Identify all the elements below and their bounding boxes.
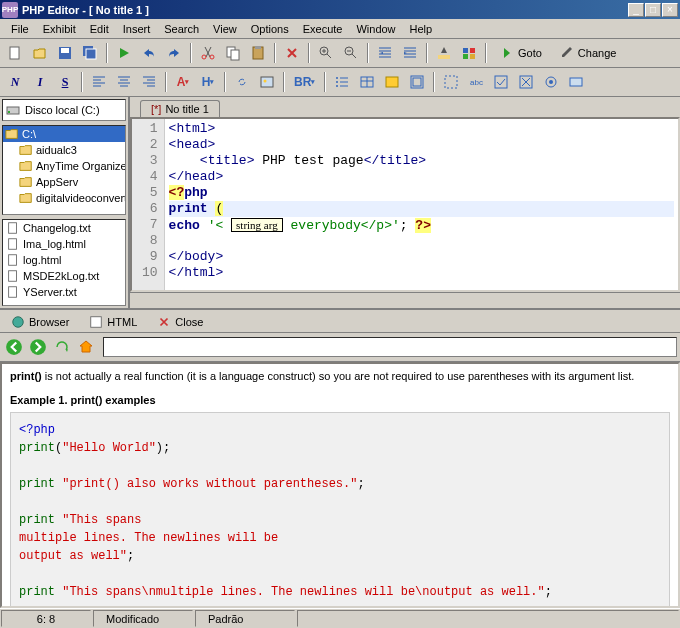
menu-exhibit[interactable]: Exhibit bbox=[36, 21, 83, 37]
svg-point-44 bbox=[30, 339, 46, 355]
table-button[interactable] bbox=[356, 71, 378, 93]
file-item[interactable]: MSDE2kLog.txt bbox=[3, 268, 125, 284]
saveall-button[interactable] bbox=[79, 42, 101, 64]
check-button[interactable] bbox=[490, 71, 512, 93]
open-button[interactable] bbox=[29, 42, 51, 64]
tab-close[interactable]: Close bbox=[148, 312, 212, 332]
select-button[interactable] bbox=[440, 71, 462, 93]
zoom-out-button[interactable] bbox=[340, 42, 362, 64]
change-button[interactable]: Change bbox=[552, 42, 624, 64]
svg-point-32 bbox=[549, 80, 553, 84]
tree-item[interactable]: aidualc3 bbox=[3, 142, 125, 158]
file-list[interactable]: Changelog.txtIma_log.htmllog.htmlMSDE2kL… bbox=[2, 219, 126, 306]
copy-button[interactable] bbox=[222, 42, 244, 64]
refresh-button[interactable] bbox=[51, 336, 73, 358]
abc-button[interactable]: abc bbox=[465, 71, 487, 93]
tree-item[interactable]: C:\ bbox=[3, 126, 125, 142]
mode-status: Padrão bbox=[195, 610, 295, 627]
svg-rect-13 bbox=[438, 55, 450, 59]
redo-button[interactable] bbox=[163, 42, 185, 64]
font-color-button[interactable]: A▾ bbox=[172, 71, 194, 93]
svg-rect-14 bbox=[463, 48, 468, 53]
minimize-button[interactable]: _ bbox=[628, 3, 644, 17]
tab-html[interactable]: HTML bbox=[80, 312, 146, 332]
menu-window[interactable]: Window bbox=[349, 21, 402, 37]
sidebar: Disco local (C:) C:\aidualc3AnyTime Orga… bbox=[0, 97, 130, 308]
svg-point-41 bbox=[13, 317, 24, 328]
align-center-button[interactable] bbox=[113, 71, 135, 93]
file-item[interactable]: Ima_log.html bbox=[3, 236, 125, 252]
home-button[interactable] bbox=[75, 336, 97, 358]
drive-select[interactable]: Disco local (C:) bbox=[2, 99, 126, 121]
app-icon: PHP bbox=[2, 2, 18, 18]
paste-button[interactable] bbox=[247, 42, 269, 64]
menu-edit[interactable]: Edit bbox=[83, 21, 116, 37]
form-button[interactable] bbox=[381, 71, 403, 93]
address-bar[interactable] bbox=[103, 337, 677, 357]
save-button[interactable] bbox=[54, 42, 76, 64]
frame-button[interactable] bbox=[406, 71, 428, 93]
list-ul-button[interactable] bbox=[331, 71, 353, 93]
new-button[interactable] bbox=[4, 42, 26, 64]
close-window-button[interactable]: × bbox=[662, 3, 678, 17]
horizontal-scrollbar[interactable] bbox=[130, 292, 680, 308]
back-button[interactable] bbox=[3, 336, 25, 358]
tree-item[interactable]: AnyTime Organizer bbox=[3, 158, 125, 174]
cut-button[interactable] bbox=[197, 42, 219, 64]
br-button[interactable]: BR ▾ bbox=[290, 71, 319, 93]
undo-button[interactable] bbox=[138, 42, 160, 64]
svg-rect-15 bbox=[470, 48, 475, 53]
menu-options[interactable]: Options bbox=[244, 21, 296, 37]
align-right-button[interactable] bbox=[138, 71, 160, 93]
svg-rect-40 bbox=[9, 287, 17, 298]
radio-button[interactable] bbox=[515, 71, 537, 93]
svg-rect-29 bbox=[495, 76, 507, 88]
tree-item[interactable]: digitalvideoconvert bbox=[3, 190, 125, 206]
maximize-button[interactable]: □ bbox=[645, 3, 661, 17]
file-item[interactable]: Changelog.txt bbox=[3, 220, 125, 236]
svg-rect-18 bbox=[261, 77, 273, 87]
menu-help[interactable]: Help bbox=[403, 21, 440, 37]
svg-point-22 bbox=[336, 85, 338, 87]
svg-rect-33 bbox=[570, 78, 582, 86]
goto-button[interactable]: Goto bbox=[492, 42, 549, 64]
folder-tree[interactable]: C:\aidualc3AnyTime OrganizerAppServdigit… bbox=[2, 125, 126, 215]
align-left-button[interactable] bbox=[88, 71, 110, 93]
svg-point-6 bbox=[210, 55, 214, 59]
indent-left-button[interactable] bbox=[374, 42, 396, 64]
link-button[interactable] bbox=[231, 71, 253, 93]
heading-button[interactable]: H ▾ bbox=[197, 71, 219, 93]
toolbar-2: N I S A▾ H ▾ BR ▾ abc bbox=[0, 68, 680, 97]
browser-toolbar bbox=[0, 333, 680, 362]
menu-search[interactable]: Search bbox=[157, 21, 206, 37]
svg-rect-42 bbox=[91, 317, 102, 328]
color-button[interactable] bbox=[433, 42, 455, 64]
tab-notitle1[interactable]: [*]No title 1 bbox=[140, 100, 220, 117]
menu-execute[interactable]: Execute bbox=[296, 21, 350, 37]
bookmark-button[interactable] bbox=[565, 71, 587, 93]
forward-button[interactable] bbox=[27, 336, 49, 358]
indent-right-button[interactable] bbox=[399, 42, 421, 64]
svg-point-20 bbox=[336, 77, 338, 79]
tree-item[interactable]: AppServ bbox=[3, 174, 125, 190]
tab-browser[interactable]: Browser bbox=[2, 312, 78, 332]
target-button[interactable] bbox=[540, 71, 562, 93]
zoom-in-button[interactable] bbox=[315, 42, 337, 64]
image-button[interactable] bbox=[256, 71, 278, 93]
menu-file[interactable]: File bbox=[4, 21, 36, 37]
underline-button[interactable]: S bbox=[54, 71, 76, 93]
menu-view[interactable]: View bbox=[206, 21, 244, 37]
delete-button[interactable] bbox=[281, 42, 303, 64]
italic-button[interactable]: I bbox=[29, 71, 51, 93]
run-button[interactable] bbox=[113, 42, 135, 64]
file-item[interactable]: log.html bbox=[3, 252, 125, 268]
code-editor[interactable]: 12345678910 <html><head> <title> PHP tes… bbox=[130, 117, 680, 292]
help-content[interactable]: print() is not actually a real function … bbox=[0, 362, 680, 608]
file-item[interactable]: YServer.txt bbox=[3, 284, 125, 300]
props-button[interactable] bbox=[458, 42, 480, 64]
menu-insert[interactable]: Insert bbox=[116, 21, 158, 37]
svg-rect-26 bbox=[413, 78, 421, 86]
svg-rect-27 bbox=[445, 76, 457, 88]
svg-point-43 bbox=[6, 339, 22, 355]
bold-button[interactable]: N bbox=[4, 71, 26, 93]
